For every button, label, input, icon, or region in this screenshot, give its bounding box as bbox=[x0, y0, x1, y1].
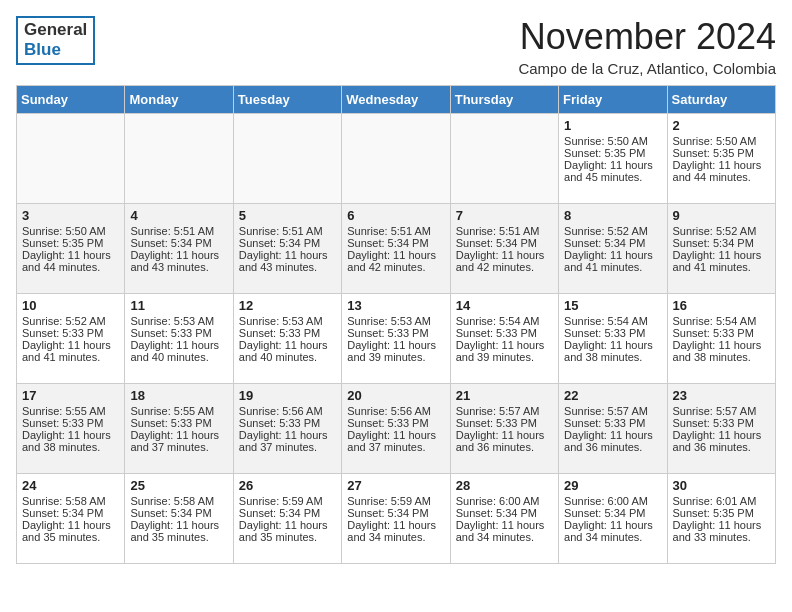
cell-info: Sunset: 5:34 PM bbox=[239, 237, 336, 249]
cell-info: Sunset: 5:33 PM bbox=[564, 417, 661, 429]
cell-info: Sunset: 5:33 PM bbox=[347, 327, 444, 339]
calendar-cell: 26Sunrise: 5:59 AMSunset: 5:34 PMDayligh… bbox=[233, 474, 341, 564]
calendar-cell: 16Sunrise: 5:54 AMSunset: 5:33 PMDayligh… bbox=[667, 294, 775, 384]
cell-info: Sunrise: 6:00 AM bbox=[456, 495, 553, 507]
calendar-cell: 15Sunrise: 5:54 AMSunset: 5:33 PMDayligh… bbox=[559, 294, 667, 384]
cell-info: Sunset: 5:34 PM bbox=[673, 237, 770, 249]
calendar-week-3: 10Sunrise: 5:52 AMSunset: 5:33 PMDayligh… bbox=[17, 294, 776, 384]
day-of-week-monday: Monday bbox=[125, 86, 233, 114]
logo-general-text: General bbox=[24, 20, 87, 39]
cell-info: Daylight: 11 hours and 37 minutes. bbox=[239, 429, 336, 453]
calendar-cell: 23Sunrise: 5:57 AMSunset: 5:33 PMDayligh… bbox=[667, 384, 775, 474]
cell-info: Daylight: 11 hours and 42 minutes. bbox=[456, 249, 553, 273]
cell-info: Sunset: 5:33 PM bbox=[564, 327, 661, 339]
day-of-week-tuesday: Tuesday bbox=[233, 86, 341, 114]
cell-info: Sunset: 5:33 PM bbox=[22, 327, 119, 339]
cell-info: Daylight: 11 hours and 37 minutes. bbox=[130, 429, 227, 453]
cell-info: Sunrise: 5:51 AM bbox=[456, 225, 553, 237]
cell-info: Sunrise: 6:01 AM bbox=[673, 495, 770, 507]
day-number: 29 bbox=[564, 478, 661, 493]
cell-info: Daylight: 11 hours and 36 minutes. bbox=[673, 429, 770, 453]
calendar-cell: 24Sunrise: 5:58 AMSunset: 5:34 PMDayligh… bbox=[17, 474, 125, 564]
cell-info: Sunrise: 6:00 AM bbox=[564, 495, 661, 507]
cell-info: Sunrise: 5:51 AM bbox=[347, 225, 444, 237]
calendar-cell: 1Sunrise: 5:50 AMSunset: 5:35 PMDaylight… bbox=[559, 114, 667, 204]
cell-info: Daylight: 11 hours and 36 minutes. bbox=[456, 429, 553, 453]
cell-info: Daylight: 11 hours and 45 minutes. bbox=[564, 159, 661, 183]
calendar-cell bbox=[450, 114, 558, 204]
day-number: 7 bbox=[456, 208, 553, 223]
calendar-cell: 3Sunrise: 5:50 AMSunset: 5:35 PMDaylight… bbox=[17, 204, 125, 294]
cell-info: Sunrise: 5:52 AM bbox=[673, 225, 770, 237]
cell-info: Daylight: 11 hours and 37 minutes. bbox=[347, 429, 444, 453]
cell-info: Sunrise: 5:56 AM bbox=[347, 405, 444, 417]
calendar-cell: 13Sunrise: 5:53 AMSunset: 5:33 PMDayligh… bbox=[342, 294, 450, 384]
day-of-week-sunday: Sunday bbox=[17, 86, 125, 114]
calendar-cell: 27Sunrise: 5:59 AMSunset: 5:34 PMDayligh… bbox=[342, 474, 450, 564]
calendar-header-row: SundayMondayTuesdayWednesdayThursdayFrid… bbox=[17, 86, 776, 114]
location-text: Campo de la Cruz, Atlantico, Colombia bbox=[518, 60, 776, 77]
day-number: 9 bbox=[673, 208, 770, 223]
cell-info: Sunset: 5:33 PM bbox=[239, 417, 336, 429]
day-of-week-friday: Friday bbox=[559, 86, 667, 114]
calendar-cell bbox=[17, 114, 125, 204]
cell-info: Sunset: 5:33 PM bbox=[673, 417, 770, 429]
cell-info: Sunset: 5:35 PM bbox=[22, 237, 119, 249]
cell-info: Sunrise: 5:53 AM bbox=[347, 315, 444, 327]
cell-info: Sunset: 5:33 PM bbox=[130, 417, 227, 429]
day-number: 4 bbox=[130, 208, 227, 223]
cell-info: Daylight: 11 hours and 43 minutes. bbox=[130, 249, 227, 273]
calendar-cell: 30Sunrise: 6:01 AMSunset: 5:35 PMDayligh… bbox=[667, 474, 775, 564]
day-number: 30 bbox=[673, 478, 770, 493]
cell-info: Sunrise: 5:53 AM bbox=[239, 315, 336, 327]
cell-info: Sunrise: 5:57 AM bbox=[673, 405, 770, 417]
cell-info: Sunset: 5:33 PM bbox=[239, 327, 336, 339]
logo: General Blue General Blue bbox=[16, 16, 95, 65]
cell-info: Daylight: 11 hours and 41 minutes. bbox=[22, 339, 119, 363]
day-number: 5 bbox=[239, 208, 336, 223]
calendar-cell: 5Sunrise: 5:51 AMSunset: 5:34 PMDaylight… bbox=[233, 204, 341, 294]
day-number: 26 bbox=[239, 478, 336, 493]
cell-info: Sunrise: 5:54 AM bbox=[456, 315, 553, 327]
cell-info: Sunrise: 5:51 AM bbox=[239, 225, 336, 237]
calendar-cell: 28Sunrise: 6:00 AMSunset: 5:34 PMDayligh… bbox=[450, 474, 558, 564]
cell-info: Sunrise: 5:50 AM bbox=[673, 135, 770, 147]
cell-info: Daylight: 11 hours and 34 minutes. bbox=[564, 519, 661, 543]
calendar-cell: 19Sunrise: 5:56 AMSunset: 5:33 PMDayligh… bbox=[233, 384, 341, 474]
day-number: 19 bbox=[239, 388, 336, 403]
cell-info: Daylight: 11 hours and 33 minutes. bbox=[673, 519, 770, 543]
day-number: 8 bbox=[564, 208, 661, 223]
day-number: 25 bbox=[130, 478, 227, 493]
cell-info: Sunrise: 5:51 AM bbox=[130, 225, 227, 237]
cell-info: Daylight: 11 hours and 38 minutes. bbox=[22, 429, 119, 453]
cell-info: Sunset: 5:34 PM bbox=[456, 507, 553, 519]
day-number: 16 bbox=[673, 298, 770, 313]
calendar-cell: 25Sunrise: 5:58 AMSunset: 5:34 PMDayligh… bbox=[125, 474, 233, 564]
cell-info: Daylight: 11 hours and 38 minutes. bbox=[673, 339, 770, 363]
cell-info: Sunset: 5:33 PM bbox=[347, 417, 444, 429]
calendar-week-1: 1Sunrise: 5:50 AMSunset: 5:35 PMDaylight… bbox=[17, 114, 776, 204]
day-number: 13 bbox=[347, 298, 444, 313]
day-number: 17 bbox=[22, 388, 119, 403]
day-of-week-wednesday: Wednesday bbox=[342, 86, 450, 114]
calendar-cell: 2Sunrise: 5:50 AMSunset: 5:35 PMDaylight… bbox=[667, 114, 775, 204]
calendar-week-5: 24Sunrise: 5:58 AMSunset: 5:34 PMDayligh… bbox=[17, 474, 776, 564]
cell-info: Sunset: 5:33 PM bbox=[130, 327, 227, 339]
calendar-cell: 12Sunrise: 5:53 AMSunset: 5:33 PMDayligh… bbox=[233, 294, 341, 384]
cell-info: Daylight: 11 hours and 39 minutes. bbox=[456, 339, 553, 363]
day-number: 1 bbox=[564, 118, 661, 133]
cell-info: Sunrise: 5:59 AM bbox=[239, 495, 336, 507]
day-number: 22 bbox=[564, 388, 661, 403]
cell-info: Sunset: 5:33 PM bbox=[456, 417, 553, 429]
calendar-week-2: 3Sunrise: 5:50 AMSunset: 5:35 PMDaylight… bbox=[17, 204, 776, 294]
day-number: 10 bbox=[22, 298, 119, 313]
cell-info: Daylight: 11 hours and 35 minutes. bbox=[22, 519, 119, 543]
calendar-cell bbox=[125, 114, 233, 204]
cell-info: Sunset: 5:34 PM bbox=[347, 507, 444, 519]
cell-info: Sunset: 5:33 PM bbox=[22, 417, 119, 429]
cell-info: Daylight: 11 hours and 34 minutes. bbox=[347, 519, 444, 543]
cell-info: Sunrise: 5:57 AM bbox=[456, 405, 553, 417]
cell-info: Daylight: 11 hours and 35 minutes. bbox=[239, 519, 336, 543]
cell-info: Daylight: 11 hours and 35 minutes. bbox=[130, 519, 227, 543]
calendar-cell: 29Sunrise: 6:00 AMSunset: 5:34 PMDayligh… bbox=[559, 474, 667, 564]
